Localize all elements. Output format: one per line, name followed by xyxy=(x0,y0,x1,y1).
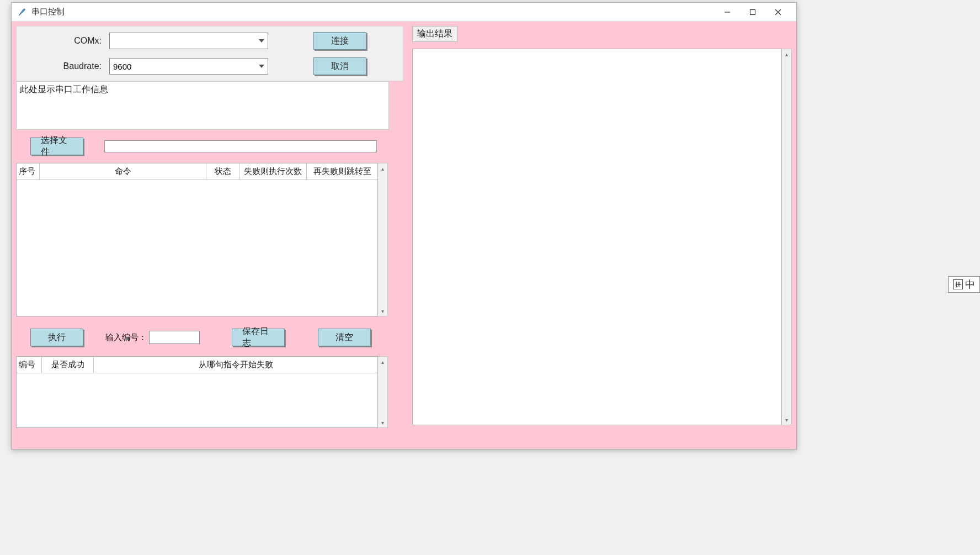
com-label: COMx: xyxy=(23,36,109,46)
ime-mode: 中 xyxy=(965,278,975,291)
th-fail-jump[interactable]: 再失败则跳转至 xyxy=(307,163,377,179)
command-table-scrollbar[interactable]: ▴ ▾ xyxy=(378,163,388,316)
save-log-button[interactable]: 保存日志 xyxy=(232,329,285,346)
file-path-input[interactable] xyxy=(104,140,377,152)
titlebar[interactable]: 串口控制 xyxy=(12,3,796,22)
cancel-button[interactable]: 取消 xyxy=(313,57,366,75)
serial-info-box[interactable]: 此处显示串口工作信息 xyxy=(16,81,389,130)
output-box[interactable] xyxy=(412,49,782,425)
th-status[interactable]: 状态 xyxy=(206,163,239,179)
input-num-field[interactable] xyxy=(149,331,200,344)
clear-button[interactable]: 清空 xyxy=(318,329,371,346)
th-id[interactable]: 编号 xyxy=(17,357,42,373)
left-pane: COMx: 连接 Baudrate: 9600 xyxy=(16,26,403,428)
baud-label: Baudrate: xyxy=(23,61,109,71)
serial-control-window: 串口控制 COMx: xyxy=(11,2,797,450)
right-pane: 输出结果 ▴ ▾ xyxy=(412,26,794,425)
result-table[interactable]: 编号 是否成功 从哪句指令开始失败 xyxy=(16,356,378,428)
close-button[interactable] xyxy=(765,4,791,20)
output-scrollbar[interactable]: ▴ ▾ xyxy=(782,49,792,425)
chevron-down-icon xyxy=(259,65,264,68)
scroll-down-icon[interactable]: ▾ xyxy=(378,306,387,316)
com-combobox[interactable] xyxy=(109,33,268,49)
scroll-down-icon[interactable]: ▾ xyxy=(782,415,791,425)
window-title: 串口控制 xyxy=(31,7,65,17)
svg-rect-1 xyxy=(750,9,755,14)
th-seq[interactable]: 序号 xyxy=(17,163,40,179)
th-fail-retry[interactable]: 失败则执行次数 xyxy=(239,163,307,179)
chevron-down-icon xyxy=(259,39,264,43)
command-table[interactable]: 序号 命令 状态 失败则执行次数 再失败则跳转至 xyxy=(16,163,378,316)
scroll-up-icon[interactable]: ▴ xyxy=(378,163,387,173)
scroll-down-icon[interactable]: ▾ xyxy=(378,417,387,427)
ime-pinyin-icon: 拼 xyxy=(953,279,963,289)
minimize-button[interactable] xyxy=(715,4,740,20)
connect-button[interactable]: 连接 xyxy=(313,32,366,50)
baud-combobox[interactable]: 9600 xyxy=(109,58,268,75)
output-label: 输出结果 xyxy=(412,26,457,42)
th-success[interactable]: 是否成功 xyxy=(42,357,94,373)
input-num-label: 输入编号： xyxy=(105,332,147,343)
scroll-up-icon[interactable]: ▴ xyxy=(378,357,387,367)
connection-panel: COMx: 连接 Baudrate: 9600 xyxy=(16,26,403,81)
th-cmd[interactable]: 命令 xyxy=(40,163,206,179)
execute-button[interactable]: 执行 xyxy=(30,329,83,346)
app-icon xyxy=(17,7,27,17)
scroll-up-icon[interactable]: ▴ xyxy=(782,49,791,59)
th-fail-from[interactable]: 从哪句指令开始失败 xyxy=(94,357,377,373)
ime-indicator[interactable]: 拼 中 xyxy=(948,276,980,293)
result-table-scrollbar[interactable]: ▴ ▾ xyxy=(378,356,388,428)
maximize-button[interactable] xyxy=(740,4,765,20)
baud-value: 9600 xyxy=(113,62,131,71)
choose-file-button[interactable]: 选择文件 xyxy=(30,138,83,155)
